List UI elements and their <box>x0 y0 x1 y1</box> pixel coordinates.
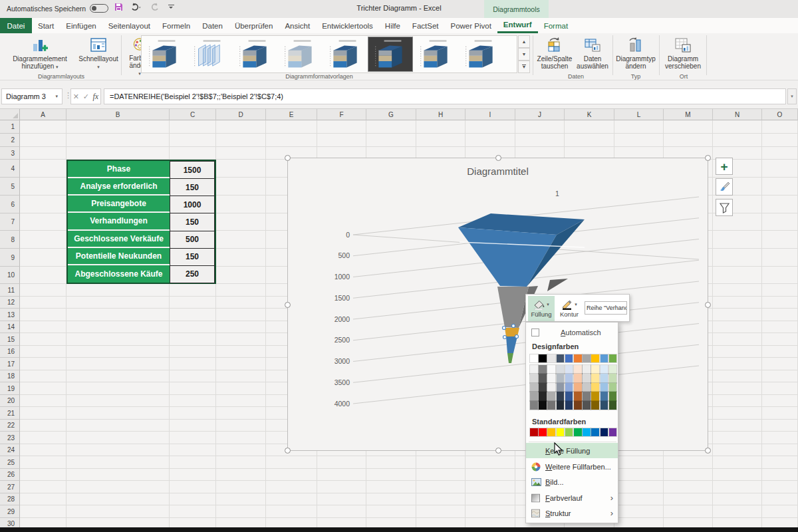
selection-handle-dot[interactable] <box>515 335 519 338</box>
menu-item-texture[interactable]: Struktur › <box>526 505 618 521</box>
formula-bar-expand-icon[interactable]: ▼ <box>787 88 797 104</box>
theme-color-variant-swatch[interactable] <box>530 401 538 410</box>
row-header-17[interactable]: 17 <box>0 358 20 370</box>
theme-color-variant-swatch[interactable] <box>565 365 573 374</box>
row-header-7[interactable]: 7 <box>0 213 20 231</box>
phase-label-cell[interactable]: Preisangebote <box>68 196 170 213</box>
row-header-26[interactable]: 26 <box>0 469 20 481</box>
theme-color-variant-swatch[interactable] <box>530 365 538 374</box>
theme-color-swatch[interactable] <box>547 354 555 362</box>
theme-color-variant-swatch[interactable] <box>574 365 582 374</box>
tab-formeln[interactable]: Formeln <box>156 18 196 33</box>
insert-function-icon[interactable]: fx <box>93 92 99 102</box>
theme-color-variant-swatch[interactable] <box>557 365 565 374</box>
quick-layout-button[interactable]: Schnelllayout▾ <box>78 35 118 77</box>
theme-color-variant-swatch[interactable] <box>547 383 555 392</box>
theme-color-variant-swatch[interactable] <box>574 374 582 382</box>
move-chart-button[interactable]: Diagramm verschieben <box>662 35 704 77</box>
funnel-segment-green-tip[interactable] <box>507 353 513 363</box>
row-header-12[interactable]: 12 <box>0 297 20 309</box>
theme-color-variant-swatch[interactable] <box>530 374 538 382</box>
theme-color-variant-swatch[interactable] <box>530 392 538 400</box>
row-header-10[interactable]: 10 <box>0 267 20 284</box>
chart-title[interactable]: Diagrammtitel <box>467 166 529 177</box>
theme-color-swatch[interactable] <box>600 354 608 362</box>
row-header-6[interactable]: 6 <box>0 196 20 213</box>
row-header-8[interactable]: 8 <box>0 231 20 249</box>
save-icon[interactable] <box>114 3 123 11</box>
theme-color-variant-swatch[interactable] <box>574 383 582 392</box>
row-header-2[interactable]: 2 <box>0 134 20 147</box>
enter-icon[interactable]: ✓ <box>83 92 89 101</box>
tab-datei[interactable]: Datei <box>0 18 32 33</box>
row-header-1[interactable]: 1 <box>0 120 20 134</box>
theme-color-swatch[interactable] <box>583 354 591 362</box>
theme-color-variant-swatch[interactable] <box>547 374 555 382</box>
phase-value-cell[interactable]: 150 <box>170 213 215 231</box>
chart-style-thumbnail-7[interactable] <box>414 37 458 71</box>
chart-style-thumbnail-6[interactable] <box>368 37 412 71</box>
theme-color-variant-swatch[interactable] <box>591 374 599 382</box>
theme-color-variant-swatch[interactable] <box>583 374 591 382</box>
outline-button[interactable]: ▾ Kontur <box>556 296 583 321</box>
theme-color-variant-swatch[interactable] <box>557 392 565 400</box>
standard-color-swatch[interactable] <box>539 428 547 436</box>
resize-handle[interactable] <box>705 302 711 308</box>
theme-color-swatch[interactable] <box>574 354 582 362</box>
chart-filters-button[interactable] <box>716 199 733 216</box>
tab-entwicklertools[interactable]: Entwicklertools <box>316 18 379 33</box>
column-header-D[interactable]: D <box>216 109 266 120</box>
phase-value-cell[interactable]: 1500 <box>170 161 215 179</box>
standard-color-swatch[interactable] <box>565 428 573 436</box>
tab-power-pivot[interactable]: Power Pivot <box>445 18 497 33</box>
row-header-22[interactable]: 22 <box>0 420 20 432</box>
resize-handle[interactable] <box>285 448 291 454</box>
theme-color-variant-swatch[interactable] <box>547 401 555 410</box>
theme-color-variant-swatch[interactable] <box>600 374 608 382</box>
theme-color-variant-swatch[interactable] <box>574 401 582 410</box>
phase-value-cell[interactable]: 250 <box>170 265 215 283</box>
gallery-more-icon[interactable]: ▼ <box>518 61 530 73</box>
tab-ansicht[interactable]: Ansicht <box>279 18 316 33</box>
select-data-button[interactable]: Daten auswählen <box>575 35 610 77</box>
theme-color-variant-swatch[interactable] <box>539 383 547 392</box>
selection-handle-dot[interactable] <box>503 327 506 330</box>
resize-handle[interactable] <box>495 448 501 454</box>
row-header-11[interactable]: 11 <box>0 284 20 297</box>
menu-item-gradient[interactable]: Farbverlauf › <box>526 490 618 505</box>
funnel-segment-blue-lower[interactable] <box>506 336 517 353</box>
select-all-corner[interactable] <box>0 109 20 120</box>
chart-style-thumbnail-2[interactable] <box>188 37 231 71</box>
theme-color-variant-swatch[interactable] <box>547 365 555 374</box>
theme-color-variant-swatch[interactable] <box>565 374 573 382</box>
row-header-19[interactable]: 19 <box>0 382 20 395</box>
theme-color-variant-swatch[interactable] <box>565 383 573 392</box>
row-header-18[interactable]: 18 <box>0 370 20 382</box>
row-header-25[interactable]: 25 <box>0 456 20 469</box>
theme-color-variant-swatch[interactable] <box>547 392 555 400</box>
undo-icon[interactable] <box>131 3 142 11</box>
column-header-M[interactable]: M <box>664 109 713 120</box>
theme-color-variant-swatch[interactable] <box>583 383 591 392</box>
row-header-29[interactable]: 29 <box>0 505 20 518</box>
row-header-4[interactable]: 4 <box>0 160 20 178</box>
resize-handle[interactable] <box>705 155 711 161</box>
funnel-segment-gray-notch[interactable] <box>547 279 568 291</box>
customize-quick-access-icon[interactable] <box>168 5 174 9</box>
theme-color-swatch[interactable] <box>565 354 573 362</box>
menu-item-automatic[interactable]: Automatisch <box>526 325 618 340</box>
phase-value-cell[interactable]: 150 <box>170 178 215 196</box>
tab-entwurf[interactable]: Entwurf <box>497 18 538 33</box>
series-selector-dropdown[interactable]: Reihe "Verhanc ▾ <box>585 301 627 315</box>
gallery-scroll-up-icon[interactable]: ▲ <box>518 35 530 48</box>
row-header-5[interactable]: 5 <box>0 178 20 196</box>
theme-color-variant-swatch[interactable] <box>557 374 565 382</box>
row-header-23[interactable]: 23 <box>0 432 20 444</box>
theme-color-variant-swatch[interactable] <box>583 392 591 400</box>
phase-value-cell[interactable]: 1000 <box>170 196 215 213</box>
selection-handle-dot[interactable] <box>503 336 507 339</box>
redo-icon[interactable] <box>150 3 160 11</box>
phase-value-cell[interactable]: 150 <box>170 248 215 266</box>
standard-color-swatch[interactable] <box>600 428 608 436</box>
resize-handle[interactable] <box>705 448 711 454</box>
